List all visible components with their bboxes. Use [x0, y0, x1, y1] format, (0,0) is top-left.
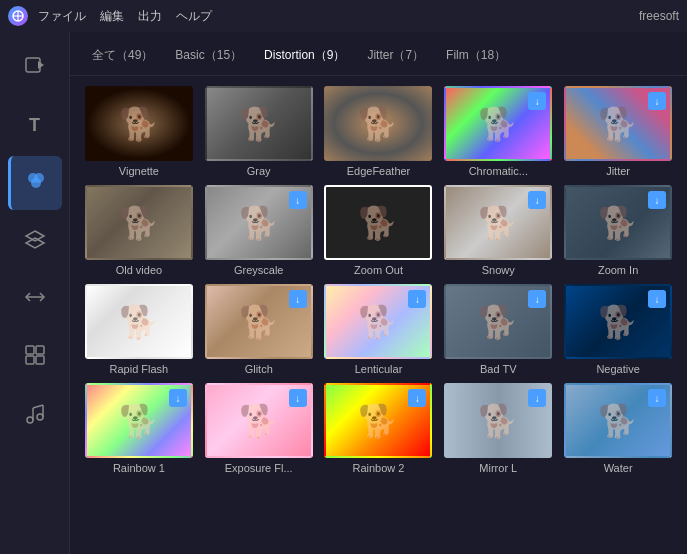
app-brand: freesoft	[639, 9, 679, 23]
download-badge[interactable]: ↓	[528, 290, 546, 308]
menu-bar: ファイル 編集 出力 ヘルプ	[38, 8, 212, 25]
menu-edit[interactable]: 編集	[100, 8, 124, 25]
download-badge[interactable]: ↓	[648, 191, 666, 209]
effect-thumb-zoomout: 🐕	[324, 185, 432, 260]
effect-label-jitter: Jitter	[606, 165, 630, 177]
download-badge[interactable]: ↓	[169, 389, 187, 407]
main-layout: T	[0, 32, 687, 554]
effect-thumb-exposurefl: 🐕↓	[205, 383, 313, 458]
effect-item-zoomout[interactable]: 🐕Zoom Out	[324, 185, 434, 276]
effect-item-oldvideo[interactable]: 🐕Old video	[84, 185, 194, 276]
download-badge[interactable]: ↓	[528, 92, 546, 110]
tab-distortion[interactable]: Distortion（9）	[256, 44, 353, 67]
svg-marker-4	[38, 61, 44, 69]
text-icon: T	[29, 115, 40, 136]
effect-item-snowy[interactable]: 🐕↓Snowy	[443, 185, 553, 276]
effect-thumb-edgefeather: 🐕	[324, 86, 432, 161]
svg-point-15	[27, 417, 33, 423]
effect-thumb-oldvideo: 🐕	[85, 185, 193, 260]
layers-icon	[24, 228, 46, 255]
download-badge[interactable]: ↓	[408, 290, 426, 308]
scenes-icon	[24, 344, 46, 371]
effect-item-water[interactable]: 🐕↓Water	[563, 383, 673, 474]
svg-marker-8	[26, 231, 44, 241]
effect-thumb-jitter: 🐕↓	[564, 86, 672, 161]
sidebar-item-transform[interactable]	[8, 272, 62, 326]
effects-grid-container[interactable]: 🐕Vignette🐕Gray🐕EdgeFeather🐕↓Chromatic...…	[70, 76, 687, 554]
download-badge[interactable]: ↓	[648, 92, 666, 110]
download-badge[interactable]: ↓	[528, 389, 546, 407]
effect-item-gray[interactable]: 🐕Gray	[204, 86, 314, 177]
effect-thumb-rainbow2: 🐕↓	[324, 383, 432, 458]
effect-thumb-badtv: 🐕↓	[444, 284, 552, 359]
effect-item-vignette[interactable]: 🐕Vignette	[84, 86, 194, 177]
effect-thumb-glitch: 🐕↓	[205, 284, 313, 359]
effect-item-lenticular[interactable]: 🐕↓Lenticular	[324, 284, 434, 375]
download-badge[interactable]: ↓	[289, 191, 307, 209]
effect-item-zoomin[interactable]: 🐕↓Zoom In	[563, 185, 673, 276]
effect-thumb-lenticular: 🐕↓	[324, 284, 432, 359]
effect-item-jitter[interactable]: 🐕↓Jitter	[563, 86, 673, 177]
svg-rect-13	[26, 356, 34, 364]
download-badge[interactable]: ↓	[408, 389, 426, 407]
effect-thumb-rainbow1: 🐕↓	[85, 383, 193, 458]
effect-item-rainbow2[interactable]: 🐕↓Rainbow 2	[324, 383, 434, 474]
svg-rect-12	[36, 346, 44, 354]
effect-thumb-vignette: 🐕	[85, 86, 193, 161]
content-area: 全て（49） Basic（15） Distortion（9） Jitter（7）…	[70, 32, 687, 554]
effect-label-negative: Negative	[596, 363, 639, 375]
sidebar-item-scenes[interactable]	[8, 330, 62, 384]
effect-dog-overlay: 🐕	[87, 286, 191, 357]
effect-thumb-greyscale: 🐕↓	[205, 185, 313, 260]
svg-marker-9	[26, 238, 44, 248]
effect-label-chromatic: Chromatic...	[469, 165, 528, 177]
effect-label-rainbow2: Rainbow 2	[353, 462, 405, 474]
effect-item-chromatic[interactable]: 🐕↓Chromatic...	[443, 86, 553, 177]
effect-item-negative[interactable]: 🐕↓Negative	[563, 284, 673, 375]
effect-item-glitch[interactable]: 🐕↓Glitch	[204, 284, 314, 375]
effect-dog-overlay: 🐕	[326, 187, 430, 258]
effect-thumb-mirrorl: 🐕↓	[444, 383, 552, 458]
tab-basic[interactable]: Basic（15）	[167, 44, 250, 67]
effect-thumb-zoomin: 🐕↓	[564, 185, 672, 260]
sidebar-item-text[interactable]: T	[8, 98, 62, 152]
svg-rect-11	[26, 346, 34, 354]
effect-item-badtv[interactable]: 🐕↓Bad TV	[443, 284, 553, 375]
svg-rect-14	[36, 356, 44, 364]
app-logo	[8, 6, 28, 26]
download-badge[interactable]: ↓	[648, 290, 666, 308]
effect-label-vignette: Vignette	[119, 165, 159, 177]
tab-film[interactable]: Film（18）	[438, 44, 514, 67]
menu-output[interactable]: 出力	[138, 8, 162, 25]
download-badge[interactable]: ↓	[648, 389, 666, 407]
tab-all[interactable]: 全て（49）	[84, 44, 161, 67]
effect-label-oldvideo: Old video	[116, 264, 162, 276]
effect-item-exposurefl[interactable]: 🐕↓Exposure Fl...	[204, 383, 314, 474]
effect-item-edgefeather[interactable]: 🐕EdgeFeather	[324, 86, 434, 177]
effect-thumb-negative: 🐕↓	[564, 284, 672, 359]
effect-item-mirrorl[interactable]: 🐕↓Mirror L	[443, 383, 553, 474]
effect-item-rainbow1[interactable]: 🐕↓Rainbow 1	[84, 383, 194, 474]
sidebar-item-video[interactable]	[8, 40, 62, 94]
menu-help[interactable]: ヘルプ	[176, 8, 212, 25]
effects-grid: 🐕Vignette🐕Gray🐕EdgeFeather🐕↓Chromatic...…	[84, 86, 673, 474]
effect-label-badtv: Bad TV	[480, 363, 517, 375]
sidebar-item-audio[interactable]	[8, 388, 62, 442]
effect-item-rapidflash[interactable]: 🐕Rapid Flash	[84, 284, 194, 375]
effect-label-zoomin: Zoom In	[598, 264, 638, 276]
effect-item-greyscale[interactable]: 🐕↓Greyscale	[204, 185, 314, 276]
download-badge[interactable]: ↓	[528, 191, 546, 209]
download-badge[interactable]: ↓	[289, 290, 307, 308]
effect-thumb-gray: 🐕	[205, 86, 313, 161]
effect-dog-overlay: 🐕	[326, 88, 430, 159]
tab-jitter[interactable]: Jitter（7）	[359, 44, 432, 67]
video-icon	[24, 54, 46, 81]
menu-file[interactable]: ファイル	[38, 8, 86, 25]
sidebar: T	[0, 32, 70, 554]
svg-line-19	[33, 405, 43, 408]
effect-label-rapidflash: Rapid Flash	[110, 363, 169, 375]
sidebar-item-layers[interactable]	[8, 214, 62, 268]
effect-dog-overlay: 🐕	[87, 187, 191, 258]
sidebar-item-effects[interactable]	[8, 156, 62, 210]
download-badge[interactable]: ↓	[289, 389, 307, 407]
